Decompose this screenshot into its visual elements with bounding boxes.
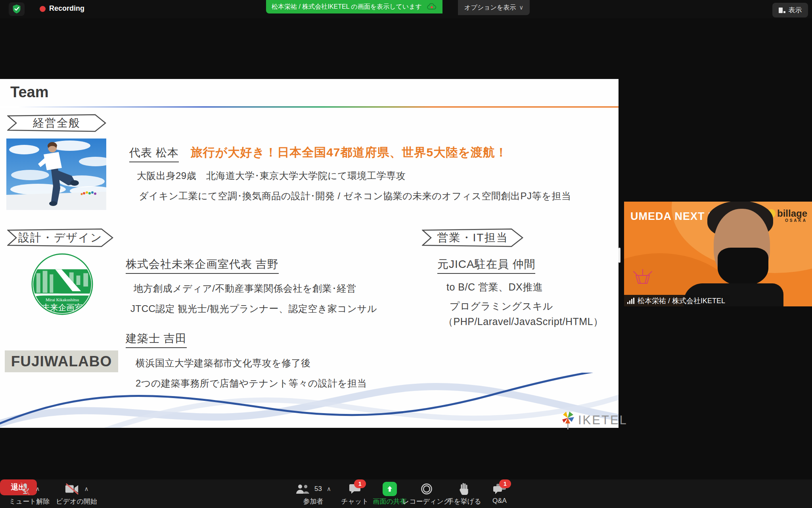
crown-icon <box>631 268 654 287</box>
sales-line3: （PHP/Laravel/JavaScript/HTML） <box>443 315 603 328</box>
design-line3: 横浜国立大学建築都市文化専攻を修了後 <box>136 357 311 369</box>
recording-label: Recording <box>49 4 84 13</box>
participant-video-tile[interactable]: UMEDA NEXT DO billage OSAKA 松本栄祐 / 株式会社I… <box>624 202 812 306</box>
uyuni-photo <box>6 139 106 210</box>
participants-label: 参加者 <box>303 497 324 506</box>
slide-title: Team <box>10 84 48 101</box>
qa-badge: 1 <box>499 479 511 488</box>
management-heading-row: 代表 松本 旅行が大好き！日本全国47都道府県、世界5大陸を渡航！ <box>129 144 508 162</box>
zoom-meeting-window: Recording 松本栄祐 / 株式会社IKETEL の画面を表示しています … <box>0 0 812 508</box>
sales-line1: to B/C 営業、DX推進 <box>446 281 543 294</box>
panel-resize-handle[interactable] <box>619 248 620 263</box>
design-heading2: 建築士 吉田 <box>126 331 187 348</box>
sales-line2: プログラミングスキル <box>450 300 553 313</box>
management-highlight: 旅行が大好き！日本全国47都道府県、世界5大陸を渡航！ <box>191 144 508 161</box>
pinwheel-icon <box>560 411 576 430</box>
qa-label: Q&A <box>492 497 507 505</box>
start-video-label: ビデオの開始 <box>56 497 97 506</box>
fujiwalabo-logo: FUJIWALABO <box>5 350 118 372</box>
camera-off-icon <box>65 483 80 495</box>
view-button[interactable]: 表示 <box>772 3 808 17</box>
chevron-up-icon[interactable]: ∧ <box>36 485 40 493</box>
badge-design-label: 設計・デザイン <box>18 230 103 245</box>
meeting-toolbar: ∧ ミュート解除 ∧ ビデオの開始 <box>0 479 812 508</box>
shared-screen-slide: Team 経営全般 <box>0 79 619 428</box>
billage-osaka-sub: OSAKA <box>785 218 807 223</box>
badge-sales-it-label: 営業・IT担当 <box>437 230 508 245</box>
title-gradient-rule <box>0 106 619 108</box>
design-line1: 地方創成メディア/不動産事業関係会社を創業･経営 <box>134 282 356 295</box>
security-button[interactable] <box>9 2 25 16</box>
badge-design: 設計・デザイン <box>7 228 113 247</box>
face-mask <box>718 248 768 286</box>
logo-text-en: Mirai Kikakushitsu <box>46 297 79 302</box>
screen-share-banner-text: 松本栄祐 / 株式会社IKETEL の画面を表示しています <box>272 3 422 11</box>
raised-hand-icon <box>459 483 469 495</box>
screen-share-banner: 松本栄祐 / 株式会社IKETEL の画面を表示しています <box>266 0 442 13</box>
view-button-label: 表示 <box>789 6 802 15</box>
participants-button[interactable]: 53 ∧ 参加者 <box>287 482 339 506</box>
management-heading: 代表 松本 <box>129 145 179 162</box>
start-video-button[interactable]: ∧ ビデオの開始 <box>51 482 102 506</box>
record-icon <box>420 483 433 495</box>
participant-name: 松本栄祐 / 株式会社IKETEL <box>638 296 725 306</box>
cloud-recording-icon <box>427 3 437 11</box>
recording-dot-icon <box>40 6 46 12</box>
participants-count: 53 <box>314 485 322 493</box>
iketel-brand-text: IKETEL <box>578 413 628 427</box>
show-options-label: オプションを表示 <box>464 4 516 12</box>
raise-hand-label: 手を挙げる <box>447 497 481 506</box>
unmute-button[interactable]: ∧ ミュート解除 <box>6 482 53 506</box>
badge-management: 経営全般 <box>7 114 106 132</box>
view-layout-icon <box>779 8 785 13</box>
chevron-down-icon: ∨ <box>519 4 523 11</box>
design-heading1: 株式会社未来企画室代表 吉野 <box>126 257 279 274</box>
badge-management-label: 経営全般 <box>33 115 80 131</box>
chevron-up-icon[interactable]: ∧ <box>327 485 331 493</box>
top-bar: Recording 松本栄祐 / 株式会社IKETEL の画面を表示しています … <box>0 0 812 18</box>
unmute-label: ミュート解除 <box>9 497 50 506</box>
participant-name-tag: 松本栄祐 / 株式会社IKETEL <box>624 295 730 306</box>
microphone-muted-icon <box>19 482 31 496</box>
shield-check-icon <box>12 4 21 14</box>
signal-strength-icon <box>627 298 634 304</box>
mirai-kikakushitsu-logo: Mirai Kikakushitsu 未来企画室 <box>31 253 94 316</box>
management-line1: 大阪出身29歳 北海道大学･東京大学大学院にて環境工学専攻 <box>137 169 406 182</box>
billage-wordmark: billage <box>777 208 807 219</box>
wave-decoration <box>0 373 619 428</box>
chevron-up-icon[interactable]: ∧ <box>84 485 89 493</box>
qa-button[interactable]: 1 Q&A <box>478 482 521 505</box>
design-line2: JTCC認定 観光士/観光プランナー、認定空き家コンサル <box>130 302 377 315</box>
management-line2: ダイキン工業にて空調･換気商品の設計･開発 / ゼネコン協業の未来のオフィス空間… <box>139 190 571 202</box>
participants-icon <box>295 483 310 495</box>
iketel-brand: IKETEL <box>560 411 628 430</box>
sales-heading: 元JICA駐在員 仲間 <box>437 257 535 274</box>
show-options-button[interactable]: オプションを表示 ∨ <box>458 0 530 15</box>
share-screen-icon <box>383 482 397 496</box>
badge-sales-it: 営業・IT担当 <box>422 228 523 247</box>
